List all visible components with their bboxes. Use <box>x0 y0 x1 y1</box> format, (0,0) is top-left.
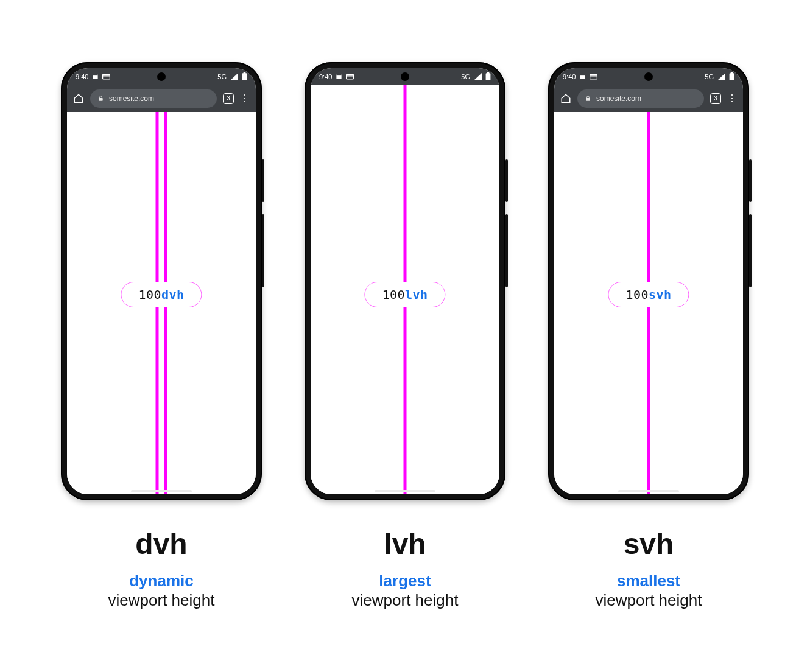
svg-rect-14 <box>730 73 734 80</box>
camera-punch-hole <box>401 72 409 81</box>
phone-mockup: 9:40 5G somesite.com <box>548 62 749 500</box>
web-content-area: 100lvh <box>311 85 499 494</box>
svg-rect-13 <box>590 74 597 79</box>
lock-icon <box>585 95 591 102</box>
phone-side-button <box>749 214 752 287</box>
col-dvh: 9:40 5G somesite.com <box>58 62 265 611</box>
caption-subtitle: viewport height <box>108 591 215 609</box>
signal-icon <box>474 73 482 80</box>
status-right: 5G <box>705 72 734 80</box>
badge-value: 100 <box>138 287 161 302</box>
camera-punch-hole <box>644 72 653 81</box>
phone-screen: 9:40 5G somesite.com <box>67 68 256 494</box>
height-indicator-line <box>164 68 167 494</box>
payment-icon <box>590 74 597 80</box>
payment-icon <box>102 74 110 80</box>
caption-title: dvh <box>108 526 215 562</box>
caption-keyword: dynamic <box>108 571 215 591</box>
badge-value: 100 <box>382 287 405 302</box>
tab-count-button[interactable]: 3 <box>710 93 721 104</box>
badge-unit: dvh <box>161 287 185 302</box>
svg-rect-1 <box>93 74 98 75</box>
gesture-home-bar <box>618 490 679 492</box>
unit-badge: 100lvh <box>364 282 445 307</box>
caption: dvh dynamic viewport height <box>108 526 215 611</box>
col-lvh: 9:40 5G 100lvh <box>301 62 509 611</box>
phone-mockup: 9:40 5G somesite.com <box>61 62 262 500</box>
svg-rect-2 <box>103 74 110 79</box>
unit-badge: 100dvh <box>121 282 202 307</box>
caption-title: svh <box>596 526 702 562</box>
url-field[interactable]: somesite.com <box>90 89 217 108</box>
url-text: somesite.com <box>109 94 154 103</box>
svg-rect-4 <box>244 72 246 74</box>
home-icon[interactable] <box>73 93 84 104</box>
signal-icon <box>717 73 725 80</box>
svg-rect-9 <box>486 73 491 80</box>
caption: lvh largest viewport height <box>352 526 459 611</box>
phone-side-button <box>262 214 264 287</box>
payment-icon <box>346 74 354 80</box>
calendar-icon <box>579 73 586 80</box>
home-icon[interactable] <box>560 93 571 104</box>
status-left: 9:40 <box>76 73 110 80</box>
svg-rect-8 <box>347 74 354 79</box>
svg-rect-16 <box>586 98 590 101</box>
battery-icon <box>729 72 734 80</box>
overflow-menu-icon[interactable]: ⋮ <box>240 93 250 104</box>
tab-count-button[interactable]: 3 <box>223 93 234 104</box>
svg-rect-10 <box>487 72 490 74</box>
gesture-home-bar <box>131 490 192 492</box>
svg-rect-3 <box>242 73 247 80</box>
badge-unit: lvh <box>405 287 428 302</box>
caption-subtitle: viewport height <box>352 591 459 609</box>
browser-address-bar: somesite.com 3 ⋮ <box>554 85 743 112</box>
caption: svh smallest viewport height <box>596 526 702 611</box>
phone-side-button <box>749 159 752 202</box>
url-text: somesite.com <box>596 94 641 103</box>
status-time: 9:40 <box>563 73 576 80</box>
battery-icon <box>485 72 491 80</box>
caption-keyword: largest <box>352 571 459 591</box>
height-indicator-line <box>156 68 159 494</box>
calendar-icon <box>336 73 342 80</box>
phone-screen: 9:40 5G somesite.com <box>554 68 743 494</box>
phone-screen: 9:40 5G 100lvh <box>311 68 499 494</box>
badge-unit: svh <box>649 287 672 302</box>
network-type: 5G <box>461 73 470 80</box>
phone-side-button <box>505 159 508 202</box>
svg-rect-12 <box>580 74 585 75</box>
lock-icon <box>97 95 104 102</box>
svg-rect-15 <box>731 72 733 74</box>
overflow-menu-icon[interactable]: ⋮ <box>727 93 737 104</box>
web-content-area: 100dvh <box>67 112 256 494</box>
caption-title: lvh <box>352 526 459 562</box>
status-time: 9:40 <box>76 73 88 80</box>
calendar-icon <box>92 73 99 80</box>
status-left: 9:40 <box>319 73 354 80</box>
network-type: 5G <box>217 73 227 80</box>
svg-rect-7 <box>337 74 342 75</box>
phone-side-button <box>505 214 508 287</box>
url-field[interactable]: somesite.com <box>577 89 704 108</box>
unit-badge: 100svh <box>608 282 689 307</box>
caption-keyword: smallest <box>596 571 702 591</box>
col-svh: 9:40 5G somesite.com <box>545 62 752 611</box>
svg-rect-5 <box>99 98 102 101</box>
network-type: 5G <box>705 73 714 80</box>
browser-address-bar: somesite.com 3 ⋮ <box>67 85 256 112</box>
web-content-area: 100svh <box>554 112 743 494</box>
status-right: 5G <box>217 72 247 80</box>
caption-subtitle: viewport height <box>596 591 702 609</box>
badge-value: 100 <box>625 287 649 302</box>
gesture-home-bar <box>375 490 435 492</box>
status-left: 9:40 <box>563 73 597 80</box>
camera-punch-hole <box>157 72 166 81</box>
diagram-stage: 9:40 5G somesite.com <box>58 62 752 611</box>
height-indicator-line <box>404 68 407 494</box>
status-right: 5G <box>461 72 491 80</box>
battery-icon <box>242 72 247 80</box>
status-time: 9:40 <box>319 73 332 80</box>
phone-side-button <box>262 159 264 202</box>
signal-icon <box>230 73 238 80</box>
